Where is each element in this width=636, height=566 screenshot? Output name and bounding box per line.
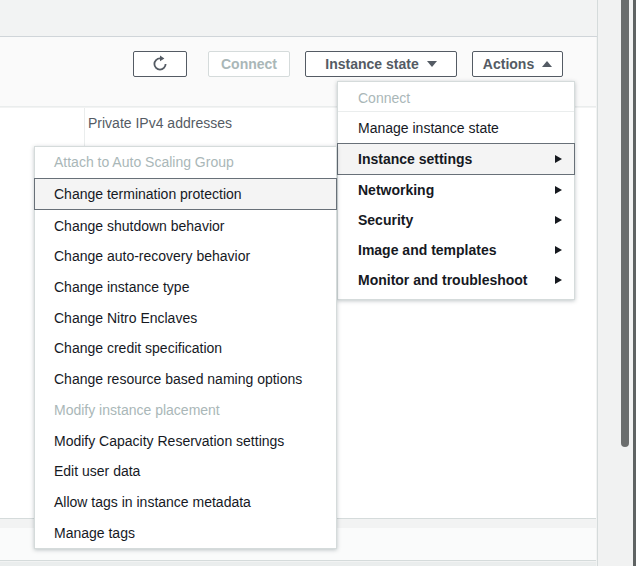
menu-item-connect: Connect xyxy=(338,86,574,110)
menu-item-label: Image and templates xyxy=(358,242,497,258)
menu-item-manage-instance-state[interactable]: Manage instance state xyxy=(338,113,574,143)
menu-item-label: Change Nitro Enclaves xyxy=(54,310,197,326)
submenu-item-change-credit-specification[interactable]: Change credit specification xyxy=(35,333,336,364)
menu-divider xyxy=(338,111,574,112)
submenu-item-change-resource-based-naming-options[interactable]: Change resource based naming options xyxy=(35,364,336,395)
menu-item-label: Change resource based naming options xyxy=(54,371,302,387)
submenu-item-change-termination-protection[interactable]: Change termination protection xyxy=(34,178,337,211)
menu-item-label: Change auto-recovery behavior xyxy=(54,248,250,264)
menu-item-label: Modify Capacity Reservation settings xyxy=(54,433,284,449)
submenu-arrow-icon xyxy=(555,276,562,284)
menu-item-label: Allow tags in instance metadata xyxy=(54,494,251,510)
menu-item-label: Security xyxy=(358,212,413,228)
menu-item-instance-settings[interactable]: Instance settings xyxy=(337,143,575,175)
column-header-private-ipv4: Private IPv4 addresses xyxy=(88,114,232,132)
instance-settings-submenu: Attach to Auto Scaling Group Change term… xyxy=(34,146,337,549)
caret-up-icon xyxy=(542,61,552,67)
menu-item-label: Manage instance state xyxy=(358,120,499,136)
menu-item-label: Networking xyxy=(358,182,434,198)
submenu-item-modify-capacity-reservation-settings[interactable]: Modify Capacity Reservation settings xyxy=(35,425,336,456)
menu-item-label: Edit user data xyxy=(54,463,140,479)
refresh-button[interactable] xyxy=(133,51,187,77)
menu-item-label: Modify instance placement xyxy=(54,402,220,418)
menu-item-monitor-and-troubleshoot[interactable]: Monitor and troubleshoot xyxy=(338,265,574,295)
menu-item-label: Change credit specification xyxy=(54,340,222,356)
submenu-item-change-nitro-enclaves[interactable]: Change Nitro Enclaves xyxy=(35,302,336,333)
actions-menu: Connect Manage instance state Instance s… xyxy=(337,81,575,300)
menu-item-label: Change shutdown behavior xyxy=(54,218,224,234)
menu-item-label: Instance settings xyxy=(358,151,472,167)
menu-item-image-and-templates[interactable]: Image and templates xyxy=(338,235,574,265)
instance-state-button[interactable]: Instance state xyxy=(305,51,457,77)
submenu-item-attach-to-auto-scaling-group: Attach to Auto Scaling Group xyxy=(35,147,336,178)
actions-button[interactable]: Actions xyxy=(472,51,563,77)
submenu-arrow-icon xyxy=(555,216,562,224)
connect-button: Connect xyxy=(208,51,290,77)
submenu-item-allow-tags-in-instance-metadata[interactable]: Allow tags in instance metadata xyxy=(35,487,336,518)
submenu-item-modify-instance-placement: Modify instance placement xyxy=(35,395,336,426)
caret-down-icon xyxy=(427,61,437,67)
menu-item-label: Monitor and troubleshoot xyxy=(358,272,528,288)
menu-item-label: Change termination protection xyxy=(54,186,242,202)
menu-item-label: Attach to Auto Scaling Group xyxy=(54,154,234,170)
submenu-arrow-icon xyxy=(555,246,562,254)
submenu-item-change-instance-type[interactable]: Change instance type xyxy=(35,272,336,303)
scrollbar-track[interactable] xyxy=(597,0,636,566)
menu-item-label: Connect xyxy=(358,90,410,106)
submenu-arrow-icon xyxy=(555,155,562,163)
page-bottom-footer xyxy=(0,562,596,566)
menu-item-security[interactable]: Security xyxy=(338,205,574,235)
refresh-icon xyxy=(151,55,169,73)
submenu-item-manage-tags[interactable]: Manage tags xyxy=(35,517,336,548)
actions-button-label: Actions xyxy=(483,56,534,72)
menu-item-label: Manage tags xyxy=(54,525,135,541)
menu-item-networking[interactable]: Networking xyxy=(338,175,574,205)
scrollbar-thumb[interactable] xyxy=(621,0,629,447)
instance-state-button-label: Instance state xyxy=(325,56,418,72)
submenu-item-change-auto-recovery-behavior[interactable]: Change auto-recovery behavior xyxy=(35,241,336,272)
content-vertical-divider xyxy=(84,108,85,146)
page-top-band xyxy=(0,0,636,36)
submenu-item-change-shutdown-behavior[interactable]: Change shutdown behavior xyxy=(35,210,336,241)
submenu-arrow-icon xyxy=(555,186,562,194)
menu-item-label: Change instance type xyxy=(54,279,189,295)
submenu-item-edit-user-data[interactable]: Edit user data xyxy=(35,456,336,487)
connect-button-label: Connect xyxy=(221,56,277,72)
